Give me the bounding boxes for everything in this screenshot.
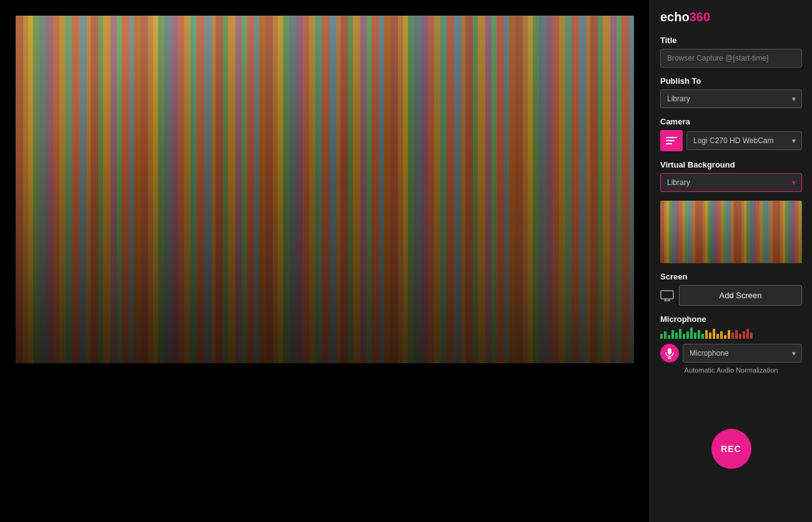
mic-meter-bar <box>750 333 753 339</box>
virtual-bg-preview <box>660 201 802 263</box>
logo-360: 360 <box>690 10 710 24</box>
publish-to-label: Publish To <box>660 76 802 86</box>
mic-meter-bar <box>709 333 711 339</box>
mic-meter-bar <box>731 333 734 339</box>
svg-rect-4 <box>668 348 671 354</box>
mic-meter-bar <box>686 331 689 339</box>
mic-meter-bar <box>713 329 715 339</box>
mic-meter-bar <box>698 330 700 339</box>
rec-button[interactable]: REC <box>711 429 751 469</box>
publish-to-wrapper: Library Course Personal ▼ <box>660 89 802 108</box>
microphone-label: Microphone <box>660 314 802 324</box>
camera-row: Logi C270 HD WebCam Built-in Camera No C… <box>660 130 802 151</box>
bg-preview-overlay <box>660 201 802 263</box>
camera-filter-button[interactable] <box>660 130 683 151</box>
virtual-bg-select[interactable]: Library None Office Blur <box>660 173 802 192</box>
microphone-select[interactable]: Microphone Built-in Microphone Headset M… <box>683 344 802 363</box>
screen-icon-button[interactable] <box>660 290 674 301</box>
virtual-bg-select-wrapper: Library None Office Blur ▼ <box>660 173 802 192</box>
filter-line-3 <box>666 143 672 144</box>
mic-meter-bar <box>746 329 749 339</box>
mic-meter-bar <box>705 330 708 339</box>
right-panel: echo360 Title Publish To Library Course … <box>650 0 812 522</box>
screen-row: Add Screen <box>660 285 802 306</box>
filter-icon <box>666 137 677 144</box>
mic-meter-bar <box>724 335 726 339</box>
camera-preview <box>16 16 634 363</box>
monitor-icon <box>660 290 674 301</box>
microphone-icon <box>665 348 674 359</box>
rec-container: REC <box>660 385 802 512</box>
mic-meter-bar <box>743 331 745 339</box>
camera-label: Camera <box>660 117 802 126</box>
mic-meter-bar <box>671 330 674 339</box>
mic-meter-bar <box>664 331 666 339</box>
logo-echo: echo <box>660 10 690 24</box>
camera-select-wrapper: Logi C270 HD WebCam Built-in Camera No C… <box>686 131 802 150</box>
auto-audio-label: Automatic Audio Normalization <box>660 366 802 374</box>
mic-meter-bar <box>728 330 730 339</box>
microphone-row: Microphone Built-in Microphone Headset M… <box>660 344 802 363</box>
title-input[interactable] <box>660 49 802 68</box>
title-label: Title <box>660 36 802 45</box>
mic-meter-bar <box>660 334 663 339</box>
mic-meter-bar <box>679 329 681 339</box>
filter-line-2 <box>666 140 675 141</box>
screen-label: Screen <box>660 272 802 281</box>
mic-meter-bar <box>690 328 693 339</box>
main-preview-area <box>0 0 650 522</box>
mic-meter-bar <box>668 335 670 339</box>
add-screen-button[interactable]: Add Screen <box>679 285 802 306</box>
svg-rect-0 <box>661 291 673 299</box>
publish-to-select[interactable]: Library Course Personal <box>660 89 802 108</box>
mic-meter-bar <box>694 333 696 339</box>
virtual-bg-label: Virtual Background <box>660 160 802 169</box>
mic-meter-bar <box>675 333 678 339</box>
mic-meter-bar <box>701 334 704 339</box>
microphone-meter <box>660 328 802 339</box>
camera-select[interactable]: Logi C270 HD WebCam Built-in Camera No C… <box>686 131 802 150</box>
microphone-select-wrapper: Microphone Built-in Microphone Headset M… <box>683 344 802 363</box>
filter-line-1 <box>666 137 677 138</box>
microphone-icon-button[interactable] <box>660 344 679 363</box>
mic-meter-bar <box>716 334 719 339</box>
logo: echo360 <box>660 10 802 24</box>
mic-meter-bar <box>735 330 738 339</box>
bookshelf-overlay <box>16 16 634 363</box>
mic-meter-bar <box>683 334 685 339</box>
mic-meter-bar <box>739 334 741 339</box>
logo-text: echo360 <box>660 10 710 24</box>
mic-meter-bar <box>720 331 723 339</box>
